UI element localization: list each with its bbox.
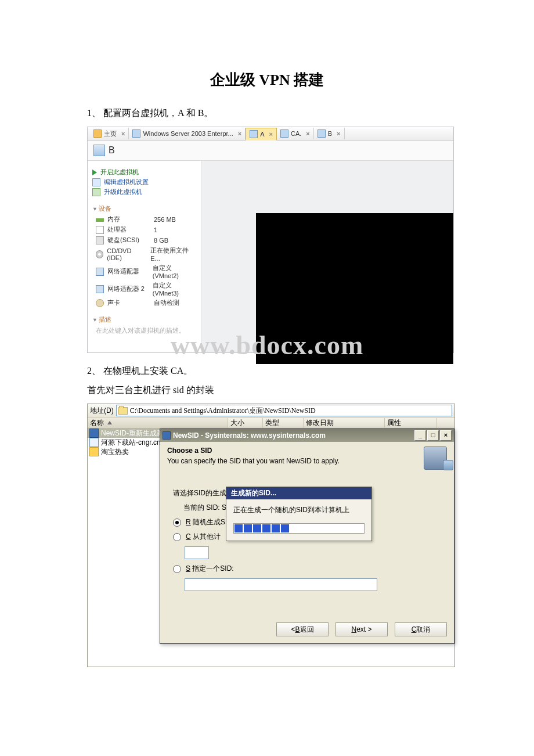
dialog-buttons: < B 返回 Next > C 取消 [167, 622, 447, 636]
desc-placeholder: 在此处键入对该虚拟机的描述。 [96, 326, 197, 335]
col-type[interactable]: 类型 [263, 418, 304, 428]
cancel-button[interactable]: C 取消 [395, 622, 447, 636]
next-button[interactable]: Next > [335, 622, 388, 636]
address-field[interactable]: C:\Documents and Settings\Administrator\… [116, 405, 452, 416]
doc-title: 企业级 VPN 搭建 [87, 70, 447, 90]
popup-text: 正在生成一个随机的SID到本计算机上 [233, 505, 365, 515]
file-name: 河源下载站-cngr.cn [101, 438, 161, 448]
step2-ca: CA [171, 366, 183, 376]
step1-pre: 1、 配置两台虚拟机， [87, 108, 178, 118]
file-area: NewSID-重新生成新的 河源下载站-cngr.cn 淘宝热卖 NewSID … [88, 429, 454, 667]
title-pre: 企业级 [210, 71, 259, 88]
cmd-upgrade-vm[interactable]: 升级此虚拟机 [92, 188, 197, 196]
close-icon[interactable]: × [269, 131, 273, 138]
radio-specify[interactable] [173, 565, 181, 573]
html-icon [89, 438, 99, 447]
tab-enterprise-label: Windows Server 2003 Enterpr... [143, 130, 233, 137]
dev-memory[interactable]: 内存256 MB [96, 215, 197, 224]
vm-icon [132, 129, 140, 138]
tab-b-label: B [328, 130, 332, 137]
maximize-button[interactable]: □ [427, 430, 439, 441]
tab-ca-label: CA. [291, 130, 301, 137]
play-icon [92, 170, 97, 175]
dev-net1-label: 网络适配器 [107, 267, 149, 276]
close-icon[interactable]: × [337, 130, 340, 137]
col-date[interactable]: 修改日期 [304, 418, 385, 428]
sid-mid: sid [173, 385, 184, 395]
specify-sid-input[interactable] [185, 578, 377, 591]
vm-icon [93, 145, 105, 156]
vm-icon [280, 129, 288, 138]
tab-home-label: 主页 [104, 129, 117, 138]
cmd-start-label: 开启此虚拟机 [100, 168, 139, 177]
col-name[interactable]: 名称 [88, 418, 228, 428]
dev-cpu[interactable]: 处理器1 [96, 225, 197, 234]
sid-post: 的封装 [184, 385, 214, 395]
progress-block [234, 524, 243, 532]
copy-input-row [185, 546, 441, 559]
title-post: 搭建 [290, 71, 324, 88]
progress-block [244, 524, 252, 532]
home-icon [93, 129, 102, 138]
vm-name: B [109, 145, 115, 156]
cmd-upgrade-label: 升级此虚拟机 [104, 188, 142, 196]
section-desc[interactable]: 描述 [92, 315, 197, 324]
choose-sid-title: Choose a SID [167, 447, 417, 455]
dev-net2[interactable]: 网络适配器 2自定义(VMnet3) [96, 281, 197, 297]
close-icon[interactable]: × [238, 130, 241, 137]
cancel-post: 取消 [416, 625, 430, 635]
upgrade-icon [92, 188, 100, 196]
app-icon [163, 431, 171, 440]
progress-block [253, 524, 261, 532]
close-button[interactable]: × [440, 430, 452, 441]
minimize-button[interactable]: _ [414, 430, 426, 441]
step2: 2、 在物理机上安装 CA。 [87, 365, 447, 377]
choose-sid-sub: You can specify the SID that you want Ne… [167, 457, 340, 465]
cmd-start-vm[interactable]: 开启此虚拟机 [92, 168, 197, 177]
step1-ab: A 和 B [178, 108, 204, 118]
dialog-titlebar: NewSID - Sysinternals: www.sysinternals.… [160, 429, 454, 442]
tab-ca[interactable]: CA.× [277, 128, 314, 139]
dev-cd[interactable]: CD/DVD (IDE)正在使用文件 E... [96, 246, 197, 262]
close-icon[interactable]: × [306, 130, 309, 137]
dev-hdd[interactable]: 硬盘(SCSI)8 GB [96, 236, 197, 244]
address-path: C:\Documents and Settings\Administrator\… [130, 406, 316, 416]
section-devices[interactable]: 设备 [92, 204, 197, 213]
option-specify[interactable]: S 指定一个SID: [173, 564, 441, 574]
progress-block [281, 524, 289, 532]
col-size[interactable]: 大小 [228, 418, 263, 428]
progress-bar [233, 523, 365, 534]
copy-from-input[interactable] [185, 546, 209, 559]
cmd-edit-vm[interactable]: 编辑虚拟机设置 [92, 178, 197, 186]
tab-home[interactable]: 主页× [90, 128, 129, 139]
dev-sound[interactable]: 声卡自动检测 [96, 298, 197, 307]
dev-sound-label: 声卡 [107, 298, 150, 307]
vm-tabs: 主页× Windows Server 2003 Enterpr...× A× C… [88, 127, 453, 141]
dev-net1-value: 自定义(VMnet2) [153, 264, 197, 279]
dialog-header-text: Choose a SID You can specify the SID tha… [167, 447, 417, 465]
step2-pre: 2、 在物理机上安装 [87, 366, 171, 376]
dialog-header-row: Choose a SID You can specify the SID tha… [167, 447, 447, 470]
step1: 1、 配置两台虚拟机，A 和 B。 [87, 107, 447, 120]
radio-random[interactable] [173, 519, 181, 527]
dev-sound-value: 自动检测 [154, 298, 179, 307]
vm-body: 开启此虚拟机 编辑虚拟机设置 升级此虚拟机 设备 内存256 MB 处理器1 硬… [88, 161, 453, 352]
tab-enterprise[interactable]: Windows Server 2003 Enterpr...× [129, 128, 246, 139]
dev-net2-label: 网络适配器 2 [107, 285, 149, 293]
sort-asc-icon [107, 421, 112, 424]
col-attr[interactable]: 属性 [385, 418, 437, 428]
radio-copy[interactable] [173, 533, 181, 541]
dev-net1[interactable]: 网络适配器自定义(VMnet2) [96, 264, 197, 279]
sound-icon [96, 299, 104, 307]
back-button[interactable]: < B 返回 [276, 622, 329, 636]
dev-cd-value: 正在使用文件 E... [150, 246, 197, 262]
dialog-title: NewSID - Sysinternals: www.sysinternals.… [173, 431, 326, 440]
dialog-body: Choose a SID You can specify the SID tha… [160, 442, 454, 643]
current-sid: 当前的 SID: S-1 [183, 503, 233, 513]
file-name: 淘宝热卖 [101, 447, 129, 457]
close-icon[interactable]: × [121, 130, 125, 137]
tab-b[interactable]: B× [314, 128, 345, 139]
tab-a[interactable]: A× [246, 128, 277, 141]
shortcut-icon [89, 447, 99, 456]
app-icon [89, 429, 99, 438]
